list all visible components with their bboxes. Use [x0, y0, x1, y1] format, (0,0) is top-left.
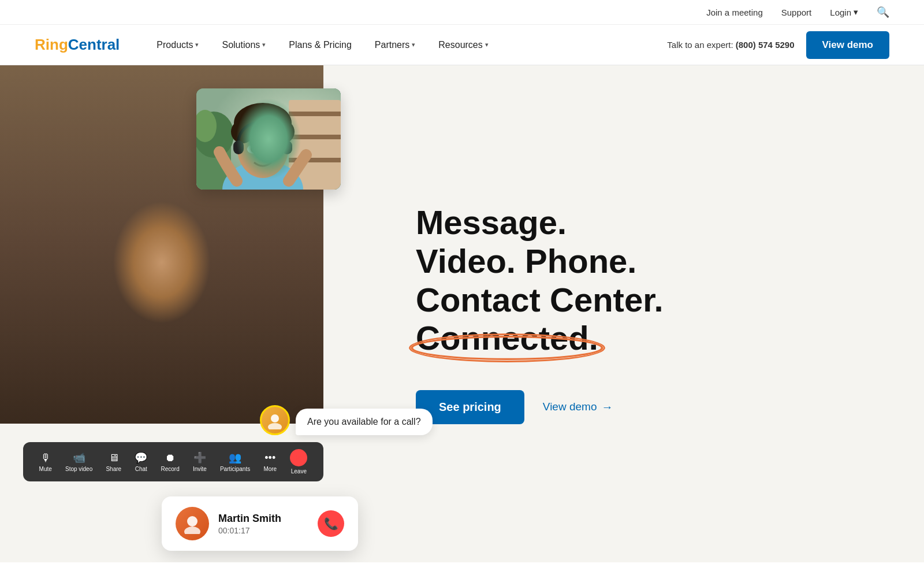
ctrl-record-label: Record [161, 466, 179, 472]
products-chevron-icon: ▾ [195, 41, 199, 49]
svg-point-2 [46, 331, 277, 424]
ctrl-mute[interactable]: 🎙 Mute [39, 452, 52, 472]
hero-visual: 🎙 Mute 📹 Stop video 🖥 Share 💬 Chat ⏺ Rec… [0, 65, 393, 562]
svg-point-42 [241, 108, 262, 129]
decline-icon: 📞 [324, 517, 338, 531]
svg-rect-31 [289, 112, 341, 116]
expert-phone[interactable]: (800) 574 5290 [736, 40, 795, 50]
svg-point-51 [268, 423, 282, 429]
svg-point-9 [92, 198, 231, 244]
headline-line4: Connected. [416, 319, 598, 357]
svg-rect-44 [233, 140, 244, 154]
svg-point-23 [110, 325, 214, 372]
ctrl-chat-label: Chat [135, 466, 147, 472]
caller-avatar [176, 507, 209, 540]
svg-point-49 [268, 146, 275, 153]
decline-button[interactable]: 📞 [318, 510, 344, 537]
video-controls-bar: 🎙 Mute 📹 Stop video 🖥 Share 💬 Chat ⏺ Rec… [23, 442, 323, 481]
nav-plans-pricing[interactable]: Plans & Pricing [280, 35, 361, 55]
hero-headline: Message. Video. Phone. Contact Center. C… [416, 203, 878, 358]
svg-point-10 [116, 269, 150, 290]
caller-info: Martin Smith 00:01:17 [218, 513, 308, 535]
logo[interactable]: RingCentral [35, 36, 120, 54]
record-icon: ⏺ [165, 452, 176, 464]
svg-rect-17 [170, 270, 211, 292]
solutions-chevron-icon: ▾ [262, 41, 266, 49]
svg-point-15 [189, 275, 195, 281]
svg-point-47 [264, 144, 278, 154]
headline-line2: Video. Phone. [416, 242, 636, 280]
nav-products[interactable]: Products ▾ [147, 35, 208, 55]
svg-point-26 [187, 516, 198, 526]
svg-rect-28 [196, 88, 341, 190]
chat-bubble-wrap: Are you available for a call? [260, 405, 433, 435]
ctrl-share[interactable]: 🖥 Share [106, 452, 121, 472]
svg-point-14 [131, 275, 137, 281]
view-demo-link[interactable]: View demo → [543, 401, 613, 414]
svg-point-35 [196, 112, 234, 158]
nav-partners[interactable]: Partners ▾ [366, 35, 424, 55]
login-link[interactable]: Login ▾ [830, 7, 858, 17]
chat-avatar-svg [266, 411, 284, 429]
svg-point-50 [271, 414, 279, 422]
ctrl-participants-label: Participants [220, 466, 250, 472]
leave-icon: ✕ [290, 449, 307, 466]
ctrl-chat[interactable]: 💬 Chat [135, 451, 147, 472]
hero-section: 🎙 Mute 📹 Stop video 🖥 Share 💬 Chat ⏺ Rec… [0, 65, 924, 562]
svg-point-38 [237, 114, 289, 178]
ctrl-invite[interactable]: ➕ Invite [193, 451, 207, 472]
call-duration: 00:01:17 [218, 526, 308, 535]
partners-chevron-icon: ▾ [412, 41, 415, 49]
headline-line1: Message. [416, 203, 567, 241]
svg-rect-33 [289, 158, 341, 162]
chat-icon: 💬 [135, 451, 147, 464]
ctrl-more[interactable]: ••• More [263, 452, 277, 472]
svg-point-39 [234, 103, 292, 143]
ctrl-record[interactable]: ⏺ Record [161, 452, 179, 472]
view-demo-button[interactable]: View demo [806, 31, 890, 59]
svg-point-12 [125, 271, 141, 287]
ctrl-invite-label: Invite [193, 466, 207, 472]
nav-links: Products ▾ Solutions ▾ Plans & Pricing P… [147, 35, 667, 55]
svg-point-43 [264, 108, 285, 129]
ctrl-participants[interactable]: 👥 Participants [220, 451, 250, 472]
svg-rect-7 [84, 204, 101, 273]
search-icon[interactable]: 🔍 [877, 6, 889, 18]
ctrl-stop-video-label: Stop video [65, 466, 92, 472]
svg-rect-32 [289, 135, 341, 139]
chat-avatar [260, 405, 290, 435]
svg-line-20 [211, 281, 225, 284]
hero-content: Message. Video. Phone. Contact Center. C… [393, 65, 924, 562]
nav-resources[interactable]: Resources ▾ [429, 35, 497, 55]
ctrl-leave[interactable]: ✕ Leave [290, 449, 307, 474]
hero-actions: See pricing View demo → [416, 390, 878, 424]
share-icon: 🖥 [109, 452, 119, 464]
stop-video-icon: 📹 [73, 451, 85, 464]
view-demo-link-text: View demo [543, 401, 597, 413]
svg-point-5 [87, 192, 237, 377]
headline-connected: Connected. [416, 319, 598, 358]
join-meeting-link[interactable]: Join a meeting [706, 8, 763, 17]
ctrl-stop-video[interactable]: 📹 Stop video [65, 451, 92, 472]
support-link[interactable]: Support [781, 8, 812, 17]
caller-avatar-svg [182, 513, 203, 534]
logo-ring: RingCentral [35, 36, 120, 54]
svg-point-36 [196, 110, 217, 142]
nav-solutions[interactable]: Solutions ▾ [213, 35, 275, 55]
login-chevron-icon: ▾ [854, 7, 858, 17]
svg-point-21 [153, 294, 170, 317]
svg-point-37 [222, 161, 303, 190]
svg-rect-16 [113, 270, 153, 292]
svg-rect-30 [289, 100, 341, 190]
svg-point-41 [271, 120, 295, 143]
main-nav: RingCentral Products ▾ Solutions ▾ Plans… [0, 25, 924, 65]
svg-point-22 [127, 314, 196, 348]
svg-point-13 [182, 271, 199, 287]
participants-icon: 👥 [229, 451, 241, 464]
ctrl-mute-label: Mute [39, 466, 52, 472]
svg-point-46 [247, 144, 261, 154]
svg-rect-4 [141, 314, 182, 360]
headline-line3: Contact Center. [416, 281, 664, 318]
svg-point-24 [230, 295, 244, 309]
svg-rect-34 [196, 135, 231, 190]
